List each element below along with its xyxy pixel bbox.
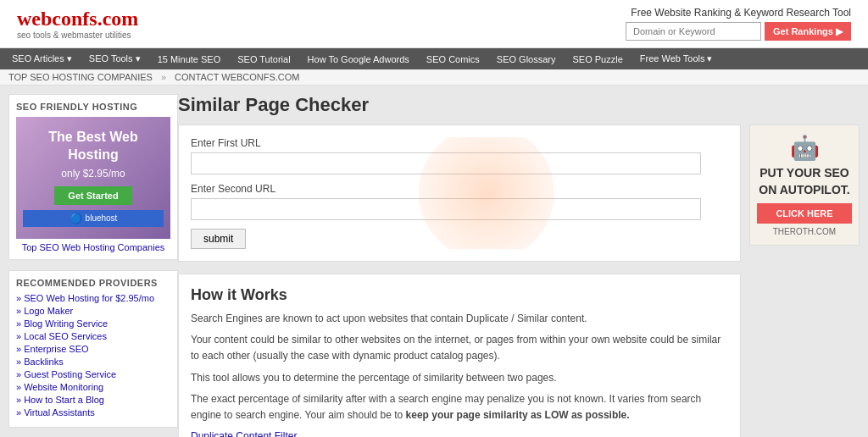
how-it-works-para4: The exact percentage of similarity after… — [191, 391, 728, 423]
bluehost-bar: 🔵 bluehost — [23, 210, 164, 227]
hosting-tagline: The Best Web Hosting — [23, 129, 164, 164]
ranking-tool: Free Website Ranking & Keyword Research … — [626, 7, 851, 41]
nav-item-seo-tools[interactable]: SEO Tools ▾ — [81, 48, 149, 69]
robot-icon: 🤖 — [757, 134, 852, 162]
recommended-link[interactable]: » Enterprise SEO — [16, 344, 170, 354]
recommended-link[interactable]: » How to Start a Blog — [16, 395, 170, 405]
how-it-works-para2: Your content could be similar to other w… — [191, 332, 728, 364]
nav-item-seo-puzzle[interactable]: SEO Puzzle — [565, 49, 632, 69]
recommended-links: » SEO Web Hosting for $2.95/mo» Logo Mak… — [16, 293, 170, 418]
ad-title: PUT YOUR SEO ON AUTOPILOT. — [757, 165, 852, 198]
hosting-box: The Best Web Hosting only $2.95/mo Get S… — [16, 117, 170, 239]
hosting-price: only $2.95/mo — [23, 168, 164, 180]
recommended-link[interactable]: » Blog Writing Service — [16, 318, 170, 329]
recommended-section: RECOMMENDED PROVIDERS » SEO Web Hosting … — [8, 270, 178, 428]
tool-form-inner: Enter First URL Enter Second URL submit — [191, 137, 728, 249]
nav-item-how-to-google-adwords[interactable]: How To Google Adwords — [299, 49, 418, 69]
right-ad: 🤖 PUT YOUR SEO ON AUTOPILOT. CLICK HERE … — [749, 124, 860, 246]
sub-nav: TOP SEO HOSTING COMPANIES»CONTACT WEBCON… — [0, 69, 868, 86]
submit-button[interactable]: submit — [191, 229, 246, 249]
hosting-get-started-button[interactable]: Get Started — [54, 186, 131, 205]
ranking-form: Get Rankings ▶ — [626, 22, 851, 41]
how-it-works-box: How it Works Search Engines are known to… — [178, 274, 741, 437]
logo-main: webconfs.com — [17, 8, 138, 30]
nav-item-free-web-tools[interactable]: Free Web Tools ▾ — [632, 48, 721, 69]
sub-nav-link-1[interactable]: CONTACT WEBCONFS.COM — [175, 72, 299, 82]
main-layout: SEO FRIENDLY HOSTING The Best Web Hostin… — [0, 86, 868, 437]
first-url-label: Enter First URL — [191, 137, 728, 149]
how-it-works-title: How it Works — [191, 286, 728, 304]
recommended-link[interactable]: » Logo Maker — [16, 306, 170, 316]
how-it-works-para1: Search Engines are known to act upon web… — [191, 311, 728, 327]
top-hosting-link[interactable]: Top SEO Web Hosting Companies — [16, 242, 170, 252]
top-header: webconfs.com seo tools & webmaster utili… — [0, 0, 868, 48]
page-title: Similar Page Checker — [178, 94, 860, 116]
recommended-link[interactable]: » SEO Web Hosting for $2.95/mo — [16, 293, 170, 303]
tool-form-box: Enter First URL Enter Second URL submit — [178, 124, 741, 262]
bluehost-label: bluehost — [86, 213, 118, 223]
logo-area: webconfs.com seo tools & webmaster utili… — [17, 8, 138, 40]
main-column: Enter First URL Enter Second URL submit … — [178, 124, 741, 437]
recommended-title: RECOMMENDED PROVIDERS — [16, 278, 170, 288]
how-it-works-para3: This tool allows you to determine the pe… — [191, 370, 728, 386]
hosting-section: SEO FRIENDLY HOSTING The Best Web Hostin… — [8, 94, 178, 260]
content-and-ad: Enter First URL Enter Second URL submit … — [178, 124, 860, 437]
ad-click-button[interactable]: CLICK HERE — [757, 203, 852, 224]
first-url-input[interactable] — [191, 152, 701, 174]
nav-item-seo-tutorial[interactable]: SEO Tutorial — [229, 49, 298, 69]
second-url-label: Enter Second URL — [191, 183, 728, 195]
ad-domain: THEROTH.COM — [757, 227, 852, 236]
recommended-link[interactable]: » Guest Posting Service — [16, 369, 170, 379]
second-url-input[interactable] — [191, 198, 701, 220]
content-area: Similar Page Checker Enter First URL Ent… — [178, 94, 860, 437]
recommended-link[interactable]: » Virtual Assistants — [16, 407, 170, 418]
sidebar: SEO FRIENDLY HOSTING The Best Web Hostin… — [8, 94, 178, 437]
recommended-link[interactable]: » Website Monitoring — [16, 382, 170, 392]
nav-bar: SEO Articles ▾SEO Tools ▾15 Minute SEOSE… — [0, 48, 868, 69]
duplicate-filter-link[interactable]: Duplicate Content Filter — [191, 430, 297, 437]
nav-item-seo-articles[interactable]: SEO Articles ▾ — [3, 48, 81, 69]
sub-nav-sep: » — [161, 72, 166, 82]
bluehost-icon: 🔵 — [70, 213, 82, 224]
ranking-tool-title: Free Website Ranking & Keyword Research … — [631, 7, 851, 19]
hosting-section-title: SEO FRIENDLY HOSTING — [16, 102, 170, 112]
recommended-link[interactable]: » Local SEO Services — [16, 331, 170, 341]
logo-sub: seo tools & webmaster utilities — [17, 30, 138, 40]
recommended-link[interactable]: » Backlinks — [16, 357, 170, 367]
ad-box: 🤖 PUT YOUR SEO ON AUTOPILOT. CLICK HERE … — [749, 124, 860, 246]
sub-nav-link-0[interactable]: TOP SEO HOSTING COMPANIES — [8, 72, 153, 82]
nav-item-15-minute-seo[interactable]: 15 Minute SEO — [149, 49, 230, 69]
nav-item-seo-comics[interactable]: SEO Comics — [418, 49, 488, 69]
ranking-button[interactable]: Get Rankings ▶ — [765, 22, 851, 41]
how-it-works-para5: Duplicate Content Filter This article wi… — [191, 429, 728, 437]
nav-item-seo-glossary[interactable]: SEO Glossary — [488, 49, 565, 69]
ranking-input[interactable] — [626, 22, 761, 41]
